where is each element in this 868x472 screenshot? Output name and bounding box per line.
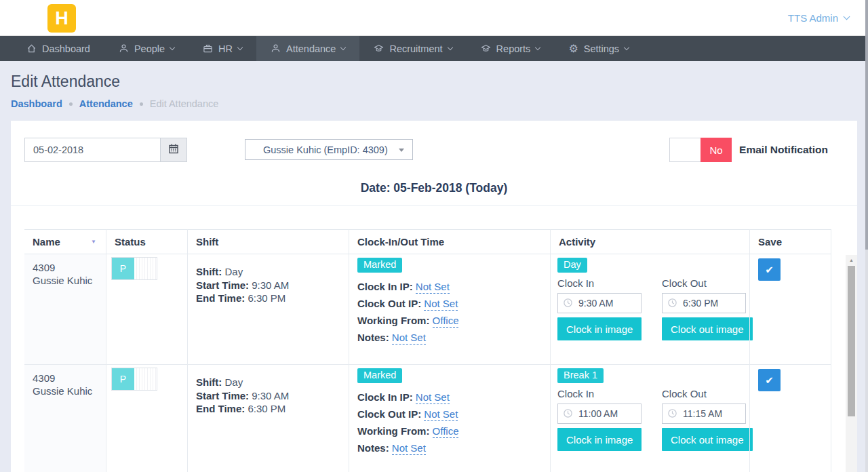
check-icon: ✔	[765, 264, 774, 276]
nav-item-settings[interactable]: ⚙ Settings	[554, 36, 643, 61]
clock-in-label: Clock In	[557, 277, 642, 289]
scrollbar-thumb[interactable]	[848, 266, 855, 416]
clock-out-label: Clock Out	[662, 388, 746, 399]
nav-label: HR	[218, 43, 233, 54]
breadcrumb-dashboard[interactable]: Dashboard	[11, 98, 62, 109]
clock-in-label: Clock In	[557, 388, 642, 399]
cell-shift: Shift: Day Start Time: 9:30 AM End Time:…	[187, 254, 349, 365]
people-icon	[119, 43, 129, 54]
chevron-down-icon	[844, 13, 850, 20]
column-header-name[interactable]: Name ▼	[24, 229, 106, 254]
table-scrollbar[interactable]: ▲	[846, 255, 857, 472]
nav-item-attendance[interactable]: Attendance	[256, 36, 359, 61]
page-head: Edit Attendance Dashboard Attendance Edi…	[0, 61, 868, 109]
column-header-status: Status	[106, 229, 187, 254]
end-time-value: 6:30 PM	[248, 403, 285, 414]
chevron-down-icon	[340, 45, 346, 50]
clock-icon	[563, 298, 573, 310]
email-notification-control: No Email Notification	[669, 138, 828, 162]
reports-icon	[481, 43, 491, 54]
breadcrumb: Dashboard Attendance Edit Attendance	[11, 98, 857, 109]
cell-clock-info: Marked Clock In IP: Not Set Clock Out IP…	[349, 254, 550, 365]
nav-item-hr[interactable]: HR	[189, 36, 256, 61]
recruitment-icon	[374, 43, 384, 54]
employee-select[interactable]: Gussie Kuhic (EmpID: 4309)	[245, 139, 413, 160]
user-menu[interactable]: TTS Admin	[788, 0, 849, 35]
clock-out-image-button[interactable]: Clock out image	[662, 428, 753, 451]
email-notification-toggle[interactable]: No	[669, 138, 732, 162]
clock-icon	[667, 408, 677, 420]
breadcrumb-separator	[140, 102, 143, 106]
presence-toggle[interactable]: P	[111, 257, 157, 280]
nav-label: Dashboard	[42, 43, 90, 54]
cell-activity: Day Clock In Clock in image Clock Out	[550, 254, 749, 365]
nav-label: Attendance	[286, 43, 336, 54]
gear-icon: ⚙	[568, 43, 578, 54]
toggle-state-label: No	[701, 138, 732, 162]
save-button[interactable]: ✔	[758, 369, 781, 391]
table-header-row: Name ▼ Status Shift Clock-In/Out Time Ac…	[24, 229, 831, 254]
cell-status: P	[106, 254, 187, 365]
start-time-value: 9:30 AM	[252, 279, 289, 291]
nav-item-people[interactable]: People	[104, 36, 189, 61]
home-icon	[26, 43, 37, 54]
cell-activity: Break 1 Clock In Clock in image Clock Ou…	[550, 365, 749, 472]
end-time-value: 6:30 PM	[248, 292, 285, 304]
clock-icon	[667, 298, 677, 310]
nav-label: Settings	[584, 43, 619, 54]
activity-badge: Day	[557, 258, 587, 273]
clock-in-image-button[interactable]: Clock in image	[557, 317, 642, 340]
employee-id: 4309	[33, 372, 98, 385]
clock-out-label: Clock Out	[662, 277, 746, 289]
nav-item-recruitment[interactable]: Recruitment	[359, 36, 466, 61]
window-scrollbar-thumb[interactable]	[865, 0, 868, 250]
clock-in-image-button[interactable]: Clock in image	[557, 428, 642, 451]
date-picker-group	[24, 138, 187, 162]
employee-id: 4309	[33, 261, 98, 274]
start-time-value: 9:30 AM	[252, 390, 289, 401]
date-input[interactable]	[24, 138, 160, 162]
app-header: H TTS Admin	[0, 0, 868, 36]
presence-toggle-label: P	[112, 368, 134, 390]
user-menu-label: TTS Admin	[788, 12, 838, 24]
caret-down-icon	[399, 149, 404, 152]
cell-name: 4309 Gussie Kuhic	[24, 365, 106, 472]
chevron-down-icon	[535, 45, 540, 50]
attendance-table: Name ▼ Status Shift Clock-In/Out Time Ac…	[24, 229, 857, 472]
clock-out-ip-link[interactable]: Not Set	[424, 298, 458, 311]
cell-save: ✔	[749, 365, 831, 472]
breadcrumb-separator	[69, 102, 73, 106]
working-from-link[interactable]: Office	[433, 315, 459, 328]
nav-item-reports[interactable]: Reports	[467, 36, 555, 61]
scroll-up-arrow-icon[interactable]: ▲	[846, 255, 857, 265]
date-heading: Date: 05-Feb-2018 (Today)	[11, 181, 857, 206]
presence-toggle-label: P	[112, 258, 134, 279]
nav-item-dashboard[interactable]: Dashboard	[12, 36, 104, 61]
presence-toggle-track	[134, 368, 157, 390]
employee-select-value: Gussie Kuhic (EmpID: 4309)	[263, 144, 388, 155]
table-row: 4309 Gussie Kuhic P Shift: Day Start Tim…	[24, 254, 831, 365]
working-from-link[interactable]: Office	[433, 425, 459, 438]
nav-label: Recruitment	[389, 43, 442, 54]
page-title: Edit Attendance	[11, 73, 857, 91]
status-badge: Marked	[357, 258, 402, 273]
presence-toggle[interactable]: P	[111, 368, 157, 391]
logo-letter: H	[55, 8, 68, 29]
check-icon: ✔	[765, 374, 774, 387]
sort-desc-icon[interactable]: ▼	[91, 239, 96, 245]
main-navbar: Dashboard People HR Attendance Recruitme…	[0, 36, 868, 61]
save-button[interactable]: ✔	[758, 258, 781, 281]
clock-out-image-button[interactable]: Clock out image	[662, 317, 753, 340]
clock-out-ip-link[interactable]: Not Set	[424, 408, 458, 421]
email-notification-label: Email Notification	[739, 144, 828, 156]
breadcrumb-attendance[interactable]: Attendance	[79, 98, 133, 109]
window-scrollbar[interactable]	[865, 0, 868, 472]
app-logo[interactable]: H	[47, 4, 76, 33]
column-header-clock: Clock-In/Out Time	[349, 229, 550, 254]
notes-link[interactable]: Not Set	[392, 442, 426, 455]
calendar-button[interactable]	[160, 138, 187, 162]
clock-in-ip-link[interactable]: Not Set	[416, 391, 450, 404]
clock-in-ip-link[interactable]: Not Set	[416, 281, 450, 294]
notes-link[interactable]: Not Set	[392, 332, 426, 345]
cell-shift: Shift: Day Start Time: 9:30 AM End Time:…	[187, 365, 349, 472]
